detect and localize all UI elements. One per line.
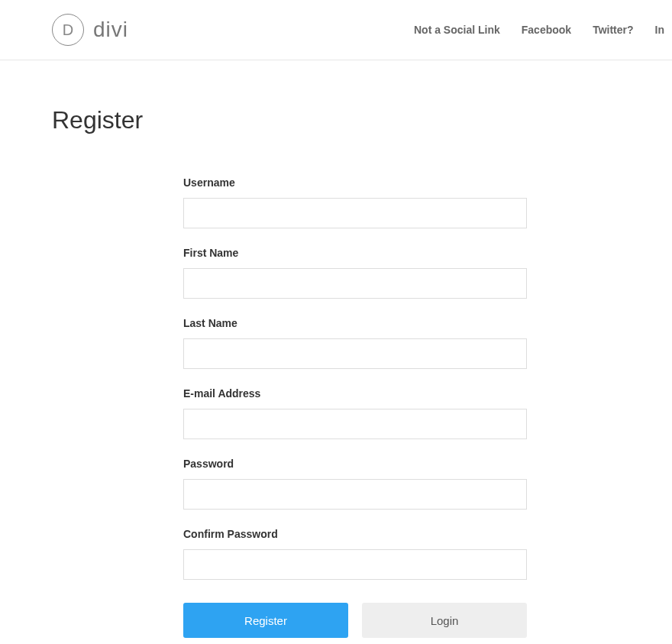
label-confirm-password: Confirm Password [183,528,527,540]
label-lastname: Last Name [183,317,527,329]
input-email[interactable] [183,409,527,439]
logo-text: divi [93,18,128,42]
nav-link-twitter[interactable]: Twitter? [593,24,633,36]
logo[interactable]: D divi [52,14,128,46]
page-title: Register [52,106,620,134]
form-group-firstname: First Name [183,247,527,299]
input-password[interactable] [183,479,527,510]
input-confirm-password[interactable] [183,549,527,580]
input-firstname[interactable] [183,268,527,299]
register-form: Username First Name Last Name E-mail Add… [183,176,527,638]
input-lastname[interactable] [183,338,527,369]
top-nav: Not a Social Link Facebook Twitter? In [414,24,672,36]
register-button[interactable]: Register [183,603,348,638]
form-group-lastname: Last Name [183,317,527,369]
form-group-confirm-password: Confirm Password [183,528,527,580]
header: D divi Not a Social Link Facebook Twitte… [0,0,672,60]
label-password: Password [183,458,527,470]
form-group-password: Password [183,458,527,510]
logo-icon: D [52,14,84,46]
label-firstname: First Name [183,247,527,259]
label-email: E-mail Address [183,387,527,400]
button-row: Register Login [183,603,527,638]
nav-link-in[interactable]: In [655,24,664,36]
main-container: Register Username First Name Last Name E… [0,60,672,644]
login-button[interactable]: Login [362,603,527,638]
nav-link-not-social[interactable]: Not a Social Link [414,24,500,36]
logo-letter: D [63,21,73,39]
form-group-username: Username [183,176,527,228]
form-group-email: E-mail Address [183,387,527,439]
input-username[interactable] [183,198,527,228]
nav-link-facebook[interactable]: Facebook [522,24,571,36]
label-username: Username [183,176,527,189]
